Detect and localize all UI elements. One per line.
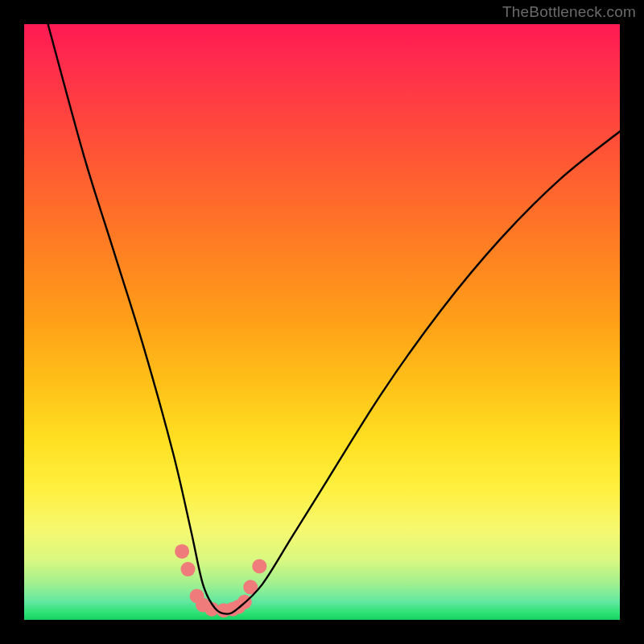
marker-dot bbox=[181, 562, 196, 576]
watermark-text: TheBottleneck.com bbox=[502, 3, 636, 21]
chart-svg bbox=[24, 24, 620, 620]
marker-dot bbox=[252, 559, 266, 573]
bottleneck-curve bbox=[48, 24, 620, 614]
marker-dot bbox=[175, 544, 189, 559]
chart-container: TheBottleneck.com bbox=[0, 0, 644, 644]
marker-group bbox=[175, 544, 266, 617]
plot-area bbox=[24, 24, 620, 620]
